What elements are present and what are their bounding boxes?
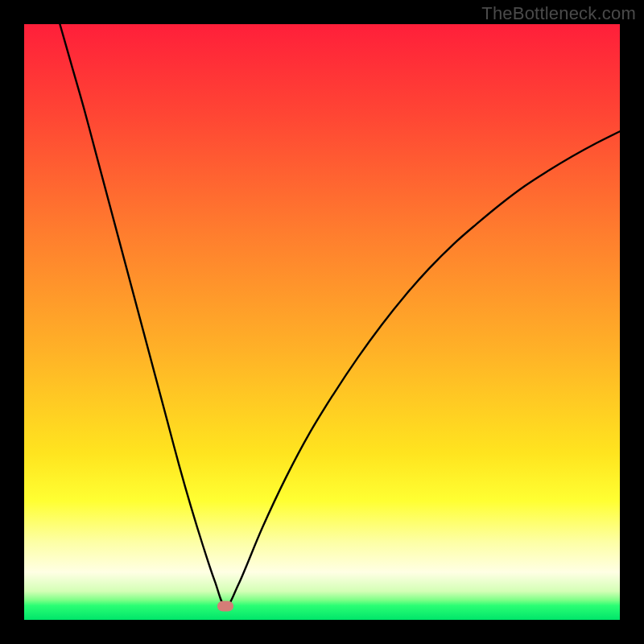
plot-area bbox=[24, 24, 620, 620]
bottleneck-curve bbox=[24, 24, 620, 620]
chart-frame: TheBottleneck.com bbox=[0, 0, 644, 644]
optimum-marker bbox=[217, 601, 233, 611]
watermark-text: TheBottleneck.com bbox=[481, 3, 636, 24]
